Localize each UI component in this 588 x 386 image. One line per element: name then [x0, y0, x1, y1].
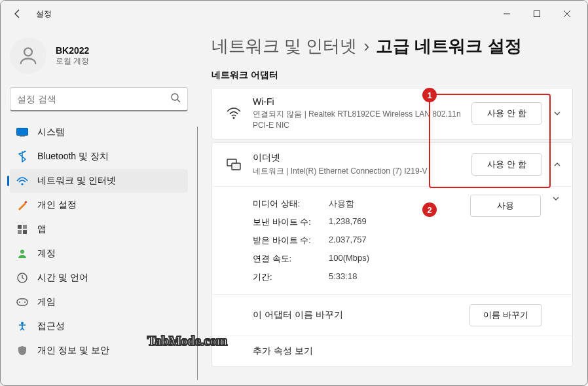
ethernet-title: 이더넷	[253, 152, 471, 164]
search-input[interactable]	[17, 94, 170, 104]
svg-point-16	[19, 301, 20, 303]
rename-label: 이 어댑터 이름 바꾸기	[253, 309, 469, 321]
more-properties-label: 추가 속성 보기	[253, 345, 313, 357]
ethernet-disable-button[interactable]: 사용 안 함	[471, 153, 542, 176]
svg-point-19	[233, 117, 235, 119]
more-properties-row[interactable]: 추가 속성 보기	[212, 336, 572, 366]
sent-bytes-label: 보낸 바이트 수:	[253, 216, 329, 228]
sidebar-item-label: 게임	[37, 296, 56, 308]
recv-bytes-label: 받은 바이트 수:	[253, 235, 329, 246]
svg-point-17	[24, 301, 26, 303]
wifi-sub: 연결되지 않음 | Realtek RTL8192CE Wireless LAN…	[253, 109, 471, 131]
gaming-icon	[16, 296, 28, 308]
annotation-bubble-2: 2	[422, 203, 437, 217]
sidebar-item-time[interactable]: 시간 및 언어	[10, 266, 188, 290]
breadcrumb-parent[interactable]: 네트워크 및 인터넷	[211, 35, 357, 58]
personalization-icon	[16, 199, 28, 211]
ethernet-icon	[224, 159, 244, 170]
search-icon	[170, 92, 181, 106]
wifi-disable-button[interactable]: 사용 안 함	[471, 102, 542, 125]
svg-rect-12	[23, 230, 27, 234]
ethernet-collapse-button[interactable]	[553, 161, 562, 168]
sidebar-item-label: 앱	[37, 223, 46, 235]
sidebar-item-label: 계정	[37, 248, 56, 260]
media-state-label: 미디어 상태:	[253, 198, 329, 210]
page-title: 고급 네트워크 설정	[376, 35, 521, 58]
sidebar-item-label: Bluetooth 및 장치	[37, 151, 109, 163]
svg-rect-5	[17, 128, 28, 136]
adapter-card-wifi: Wi-Fi 연결되지 않음 | Realtek RTL8192CE Wirele…	[211, 88, 573, 140]
user-block[interactable]: BK2022 로컬 계정	[7, 32, 191, 83]
svg-rect-1	[534, 11, 540, 17]
sidebar-item-label: 시스템	[37, 126, 65, 138]
recv-bytes-value: 2,037,757	[329, 235, 367, 246]
ethernet-details: 미디어 상태: 사용함 보낸 바이트 수: 1,238,769 받은 바이트 수…	[212, 186, 572, 294]
bluetooth-icon	[16, 151, 28, 163]
section-title: 네트워크 어댑터	[211, 69, 573, 81]
duration-label: 기간:	[253, 271, 329, 283]
accounts-icon	[16, 248, 28, 260]
breadcrumb-sep: ›	[363, 36, 369, 56]
svg-point-2	[24, 48, 32, 56]
sidebar-item-accounts[interactable]: 계정	[10, 242, 188, 265]
system-icon	[16, 126, 28, 138]
speed-value: 100(Mbps)	[329, 253, 369, 265]
rename-button[interactable]: 이름 바꾸기	[469, 304, 542, 326]
wifi-expand-button[interactable]	[553, 109, 562, 117]
wifi-title: Wi-Fi	[253, 96, 471, 107]
sidebar-item-system[interactable]: 시스템	[10, 121, 188, 144]
network-icon	[16, 175, 28, 187]
back-button[interactable]	[6, 2, 29, 26]
sidebar: BK2022 로컬 계정 시스템 Bluetooth 및 장치 네트워크 및 인…	[1, 27, 197, 385]
svg-rect-11	[18, 230, 22, 234]
window-title: 설정	[36, 9, 52, 20]
sidebar-item-label: 접근성	[37, 320, 65, 332]
svg-rect-6	[20, 136, 25, 137]
svg-rect-9	[18, 225, 22, 229]
svg-point-13	[20, 250, 24, 254]
sidebar-item-gaming[interactable]: 게임	[10, 290, 188, 314]
close-button[interactable]	[552, 3, 582, 24]
sidebar-item-label: 개인 정보 및 보안	[37, 345, 109, 357]
svg-rect-21	[232, 163, 240, 170]
svg-line-4	[177, 100, 180, 102]
main-panel: 네트워크 및 인터넷 › 고급 네트워크 설정 네트워크 어댑터 1 2 Wi-…	[197, 27, 587, 385]
svg-rect-10	[23, 225, 27, 229]
adapter-card-ethernet: 이더넷 네트워크 | Intel(R) Ethernet Connection …	[211, 142, 573, 367]
maximize-button[interactable]	[522, 3, 552, 24]
media-state-value: 사용함	[329, 198, 354, 210]
ethernet-detail-expand-button[interactable]	[551, 195, 560, 203]
ethernet-use-button[interactable]: 사용	[470, 195, 541, 217]
sidebar-item-label: 개인 설정	[37, 199, 77, 211]
sidebar-item-bluetooth[interactable]: Bluetooth 및 장치	[10, 145, 188, 168]
sidebar-item-personalization[interactable]: 개인 설정	[10, 193, 188, 217]
user-name: BK2022	[56, 45, 89, 56]
annotation-bubble-1: 1	[422, 88, 437, 102]
ethernet-sub: 네트워크 | Intel(R) Ethernet Connection (7) …	[253, 166, 471, 177]
svg-rect-15	[17, 299, 28, 305]
watermark: TabMode.com	[147, 334, 227, 349]
apps-icon	[16, 223, 28, 235]
wifi-icon	[224, 107, 244, 119]
minimize-button[interactable]	[492, 3, 522, 24]
svg-point-7	[21, 183, 23, 185]
breadcrumb: 네트워크 및 인터넷 › 고급 네트워크 설정	[211, 35, 573, 58]
speed-label: 연결 속도:	[253, 253, 329, 265]
rename-row: 이 어댑터 이름 바꾸기 이름 바꾸기	[212, 294, 572, 336]
sent-bytes-value: 1,238,769	[329, 216, 367, 228]
svg-point-3	[172, 94, 178, 100]
sidebar-item-label: 네트워크 및 인터넷	[37, 175, 116, 187]
user-account-type: 로컬 계정	[56, 56, 89, 67]
avatar	[10, 37, 46, 74]
sidebar-item-label: 시간 및 언어	[37, 272, 88, 284]
accessibility-icon	[16, 320, 28, 332]
search-box[interactable]	[10, 87, 188, 111]
shield-icon	[16, 345, 28, 357]
sidebar-item-apps[interactable]: 앱	[10, 218, 188, 241]
duration-value: 5:33:18	[329, 271, 357, 283]
svg-point-18	[21, 322, 24, 324]
time-icon	[16, 272, 28, 284]
sidebar-item-network[interactable]: 네트워크 및 인터넷	[10, 169, 188, 193]
